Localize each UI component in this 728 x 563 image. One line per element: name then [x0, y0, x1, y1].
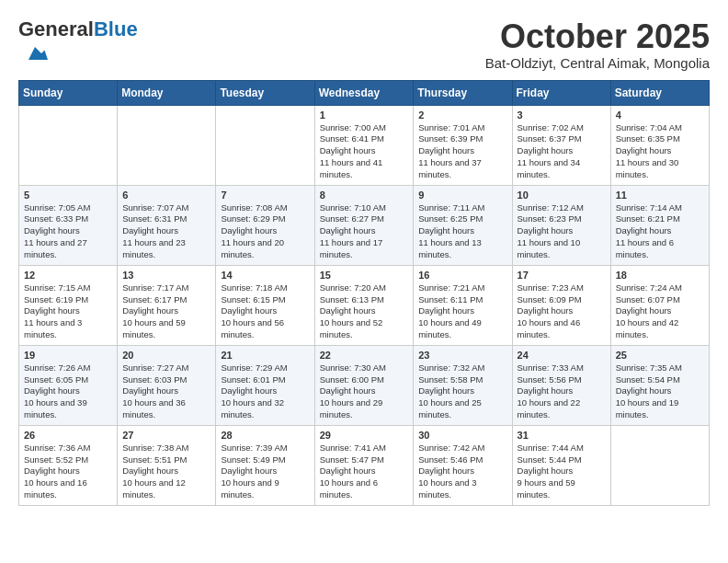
calendar-week-row: 12Sunrise: 7:15 AMSunset: 6:19 PMDayligh…	[19, 265, 710, 345]
calendar-cell: 25Sunrise: 7:35 AMSunset: 5:54 PMDayligh…	[610, 345, 709, 425]
calendar-cell: 17Sunrise: 7:23 AMSunset: 6:09 PMDayligh…	[512, 265, 610, 345]
day-number: 13	[122, 270, 210, 281]
day-number: 22	[320, 350, 409, 361]
calendar-cell: 14Sunrise: 7:18 AMSunset: 6:15 PMDayligh…	[216, 265, 314, 345]
calendar-cell: 18Sunrise: 7:24 AMSunset: 6:07 PMDayligh…	[610, 265, 709, 345]
cell-content: Sunrise: 7:10 AMSunset: 6:27 PMDaylight …	[320, 202, 409, 261]
calendar-cell: 8Sunrise: 7:10 AMSunset: 6:27 PMDaylight…	[314, 185, 414, 265]
logo-general-text: General	[18, 17, 94, 40]
day-number: 29	[320, 430, 409, 441]
header: GeneralBlue October 2025 Bat-Oldziyt, Ce…	[18, 18, 710, 71]
day-number: 21	[221, 350, 309, 361]
cell-content: Sunrise: 7:18 AMSunset: 6:15 PMDaylight …	[221, 282, 309, 341]
calendar-week-row: 5Sunrise: 7:05 AMSunset: 6:33 PMDaylight…	[19, 185, 710, 265]
cell-content: Sunrise: 7:29 AMSunset: 6:01 PMDaylight …	[221, 362, 309, 421]
cell-content: Sunrise: 7:00 AMSunset: 6:41 PMDaylight …	[320, 122, 409, 181]
month-title: October 2025	[485, 18, 710, 55]
day-number: 20	[122, 350, 210, 361]
cell-content: Sunrise: 7:33 AMSunset: 5:56 PMDaylight …	[518, 362, 606, 421]
day-number: 4	[616, 109, 704, 121]
day-number: 10	[518, 190, 606, 201]
day-number: 5	[24, 190, 112, 201]
calendar-cell: 15Sunrise: 7:20 AMSunset: 6:13 PMDayligh…	[314, 265, 414, 345]
calendar-week-row: 19Sunrise: 7:26 AMSunset: 6:05 PMDayligh…	[19, 345, 710, 425]
weekday-header-cell: Saturday	[610, 80, 709, 105]
cell-content: Sunrise: 7:07 AMSunset: 6:31 PMDaylight …	[122, 202, 210, 261]
logo-icon	[22, 40, 48, 66]
logo-blue-text: Blue	[94, 17, 138, 40]
calendar-cell: 12Sunrise: 7:15 AMSunset: 6:19 PMDayligh…	[19, 265, 118, 345]
calendar-cell: 6Sunrise: 7:07 AMSunset: 6:31 PMDaylight…	[118, 185, 216, 265]
day-number: 8	[320, 190, 409, 201]
logo: GeneralBlue	[18, 18, 138, 70]
cell-content: Sunrise: 7:42 AMSunset: 5:46 PMDaylight …	[418, 442, 506, 501]
calendar-cell	[610, 425, 709, 505]
cell-content: Sunrise: 7:02 AMSunset: 6:37 PMDaylight …	[518, 122, 606, 181]
calendar-cell: 20Sunrise: 7:27 AMSunset: 6:03 PMDayligh…	[118, 345, 216, 425]
cell-content: Sunrise: 7:21 AMSunset: 6:11 PMDaylight …	[418, 282, 506, 341]
cell-content: Sunrise: 7:32 AMSunset: 5:58 PMDaylight …	[418, 362, 506, 421]
weekday-header-cell: Sunday	[19, 80, 118, 105]
calendar-cell: 19Sunrise: 7:26 AMSunset: 6:05 PMDayligh…	[19, 345, 118, 425]
calendar-cell	[216, 105, 314, 185]
cell-content: Sunrise: 7:35 AMSunset: 5:54 PMDaylight …	[616, 362, 704, 421]
cell-content: Sunrise: 7:38 AMSunset: 5:51 PMDaylight …	[122, 442, 210, 501]
day-number: 15	[320, 270, 409, 281]
day-number: 1	[320, 109, 409, 121]
cell-content: Sunrise: 7:05 AMSunset: 6:33 PMDaylight …	[24, 202, 112, 261]
day-number: 31	[518, 430, 606, 441]
cell-content: Sunrise: 7:44 AMSunset: 5:44 PMDaylight …	[518, 442, 606, 501]
weekday-header-cell: Tuesday	[216, 80, 314, 105]
day-number: 17	[518, 270, 606, 281]
cell-content: Sunrise: 7:27 AMSunset: 6:03 PMDaylight …	[122, 362, 210, 421]
calendar-cell: 10Sunrise: 7:12 AMSunset: 6:23 PMDayligh…	[512, 185, 610, 265]
cell-content: Sunrise: 7:08 AMSunset: 6:29 PMDaylight …	[221, 202, 309, 261]
calendar-cell: 16Sunrise: 7:21 AMSunset: 6:11 PMDayligh…	[414, 265, 512, 345]
calendar-cell: 23Sunrise: 7:32 AMSunset: 5:58 PMDayligh…	[414, 345, 512, 425]
cell-content: Sunrise: 7:15 AMSunset: 6:19 PMDaylight …	[24, 282, 112, 341]
calendar-cell	[19, 105, 118, 185]
day-number: 3	[518, 109, 606, 121]
cell-content: Sunrise: 7:24 AMSunset: 6:07 PMDaylight …	[616, 282, 704, 341]
calendar-cell	[118, 105, 216, 185]
calendar-cell: 27Sunrise: 7:38 AMSunset: 5:51 PMDayligh…	[118, 425, 216, 505]
day-number: 6	[122, 190, 210, 201]
calendar-week-row: 26Sunrise: 7:36 AMSunset: 5:52 PMDayligh…	[19, 425, 710, 505]
day-number: 25	[616, 350, 704, 361]
cell-content: Sunrise: 7:14 AMSunset: 6:21 PMDaylight …	[616, 202, 704, 261]
day-number: 19	[24, 350, 112, 361]
cell-content: Sunrise: 7:26 AMSunset: 6:05 PMDaylight …	[24, 362, 112, 421]
day-number: 27	[122, 430, 210, 441]
calendar-cell: 1Sunrise: 7:00 AMSunset: 6:41 PMDaylight…	[314, 105, 414, 185]
day-number: 12	[24, 270, 112, 281]
cell-content: Sunrise: 7:11 AMSunset: 6:25 PMDaylight …	[418, 202, 506, 261]
calendar-cell: 9Sunrise: 7:11 AMSunset: 6:25 PMDaylight…	[414, 185, 512, 265]
calendar-cell: 31Sunrise: 7:44 AMSunset: 5:44 PMDayligh…	[512, 425, 610, 505]
title-area: October 2025 Bat-Oldziyt, Central Aimak,…	[485, 18, 710, 71]
cell-content: Sunrise: 7:39 AMSunset: 5:49 PMDaylight …	[221, 442, 309, 501]
cell-content: Sunrise: 7:04 AMSunset: 6:35 PMDaylight …	[616, 122, 704, 181]
calendar-body: 1Sunrise: 7:00 AMSunset: 6:41 PMDaylight…	[19, 105, 710, 505]
day-number: 23	[418, 350, 506, 361]
weekday-header-cell: Monday	[118, 80, 216, 105]
calendar-cell: 2Sunrise: 7:01 AMSunset: 6:39 PMDaylight…	[414, 105, 512, 185]
cell-content: Sunrise: 7:01 AMSunset: 6:39 PMDaylight …	[418, 122, 506, 181]
day-number: 9	[418, 190, 506, 201]
day-number: 2	[418, 109, 506, 121]
calendar-cell: 29Sunrise: 7:41 AMSunset: 5:47 PMDayligh…	[314, 425, 414, 505]
weekday-header-cell: Wednesday	[314, 80, 414, 105]
calendar-cell: 3Sunrise: 7:02 AMSunset: 6:37 PMDaylight…	[512, 105, 610, 185]
cell-content: Sunrise: 7:12 AMSunset: 6:23 PMDaylight …	[518, 202, 606, 261]
svg-marker-0	[28, 47, 48, 60]
day-number: 18	[616, 270, 704, 281]
calendar-cell: 5Sunrise: 7:05 AMSunset: 6:33 PMDaylight…	[19, 185, 118, 265]
location-title: Bat-Oldziyt, Central Aimak, Mongolia	[485, 55, 710, 71]
calendar-cell: 13Sunrise: 7:17 AMSunset: 6:17 PMDayligh…	[118, 265, 216, 345]
calendar-cell: 24Sunrise: 7:33 AMSunset: 5:56 PMDayligh…	[512, 345, 610, 425]
calendar-cell: 26Sunrise: 7:36 AMSunset: 5:52 PMDayligh…	[19, 425, 118, 505]
day-number: 11	[616, 190, 704, 201]
day-number: 28	[221, 430, 309, 441]
day-number: 26	[24, 430, 112, 441]
calendar-cell: 22Sunrise: 7:30 AMSunset: 6:00 PMDayligh…	[314, 345, 414, 425]
cell-content: Sunrise: 7:23 AMSunset: 6:09 PMDaylight …	[518, 282, 606, 341]
